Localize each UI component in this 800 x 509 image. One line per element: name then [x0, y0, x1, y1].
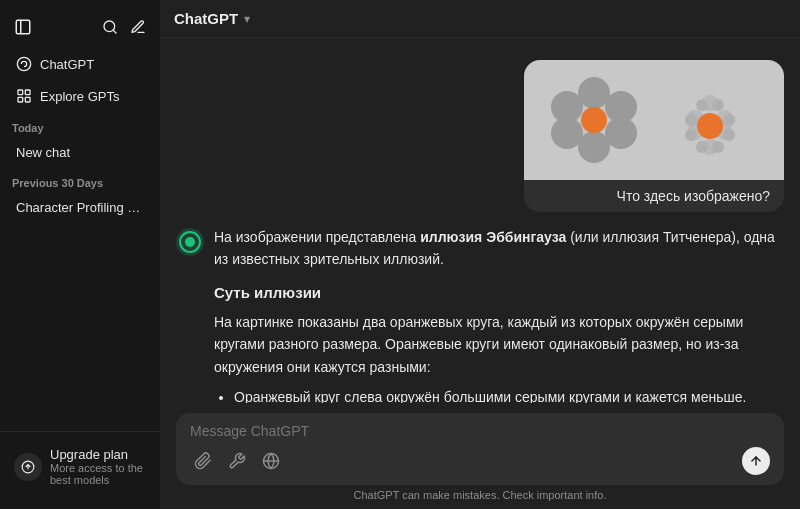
sidebar-bottom: Upgrade plan More access to the best mod… — [0, 431, 160, 501]
svg-rect-5 — [18, 90, 23, 95]
main-panel: ChatGPT ▾ — [160, 0, 800, 509]
header-title: ChatGPT — [174, 10, 238, 27]
svg-rect-7 — [18, 97, 23, 102]
send-button[interactable] — [742, 447, 770, 475]
ebbinghaus-svg — [534, 65, 774, 175]
compose-icon — [130, 19, 146, 35]
upgrade-title: Upgrade plan — [50, 447, 146, 462]
svg-point-31 — [697, 113, 723, 139]
assistant-intro-paragraph: На изображении представлена иллюзия Эбби… — [214, 226, 784, 271]
assistant-avatar — [176, 228, 204, 256]
sidebar: ChatGPT Explore GPTs Today New chat ··· … — [0, 0, 160, 509]
header: ChatGPT ▾ — [160, 0, 800, 38]
assistant-paragraph: На картинке показаны два оранжевых круга… — [214, 311, 784, 378]
search-icon — [102, 19, 118, 35]
today-label: Today — [0, 112, 160, 138]
grid-icon — [16, 88, 32, 104]
tools-icon — [228, 452, 246, 470]
prev-label: Previous 30 Days — [0, 167, 160, 193]
svg-point-27 — [712, 141, 724, 153]
svg-line-3 — [113, 30, 116, 33]
sidebar-top-bar — [0, 8, 160, 48]
assistant-bold-term: иллюзия Эббингауза — [420, 229, 566, 245]
sidebar-item-chatgpt-label: ChatGPT — [40, 57, 94, 72]
svg-point-30 — [685, 114, 697, 126]
input-toolbar — [190, 447, 770, 475]
sidebar-toggle-icon — [14, 18, 32, 36]
assistant-section-title: Суть иллюзии — [214, 281, 784, 305]
user-message: Что здесь изображено? — [160, 54, 800, 218]
upgrade-icon — [14, 453, 42, 481]
svg-point-29 — [685, 129, 697, 141]
chat-item-new-chat-label: New chat — [16, 145, 144, 160]
chat-item-char-profiling[interactable]: Character Profiling Help — [6, 194, 154, 221]
toggle-sidebar-button[interactable] — [10, 14, 36, 40]
user-message-bubble: Что здесь изображено? — [524, 60, 784, 212]
upgrade-arrow-icon — [21, 460, 35, 474]
svg-point-34 — [185, 237, 195, 247]
svg-point-24 — [712, 99, 724, 111]
tools-button[interactable] — [224, 448, 250, 474]
footer-disclaimer: ChatGPT can make mistakes. Check importa… — [176, 485, 784, 503]
assistant-list: Оранжевый круг слева окружён большими се… — [214, 386, 784, 403]
upgrade-subtitle: More access to the best models — [50, 462, 146, 486]
chat-item-char-profiling-label: Character Profiling Help — [16, 200, 144, 215]
paperclip-icon — [194, 452, 212, 470]
svg-point-26 — [723, 129, 735, 141]
svg-rect-0 — [16, 20, 30, 34]
svg-point-16 — [581, 107, 607, 133]
assistant-intro-text: На изображении представлена — [214, 229, 420, 245]
chat-content: Что здесь изображено? На изображении пре… — [160, 38, 800, 403]
ebbinghaus-illusion-image — [524, 60, 784, 180]
message-input[interactable] — [190, 423, 770, 439]
svg-rect-6 — [25, 90, 30, 95]
user-question-text: Что здесь изображено? — [524, 180, 784, 212]
chatgpt-avatar-icon — [176, 228, 204, 256]
sidebar-item-chatgpt[interactable]: ChatGPT — [6, 49, 154, 79]
input-area: ChatGPT can make mistakes. Check importa… — [160, 403, 800, 509]
new-chat-button[interactable] — [126, 15, 150, 39]
chatgpt-icon — [16, 56, 32, 72]
assistant-message: На изображении представлена иллюзия Эбби… — [160, 218, 800, 403]
svg-point-4 — [17, 57, 30, 70]
chat-item-new-chat[interactable]: New chat ··· — [6, 139, 154, 166]
upgrade-text: Upgrade plan More access to the best mod… — [50, 447, 146, 486]
svg-point-28 — [696, 141, 708, 153]
assistant-bullet-1: Оранжевый круг слева окружён большими се… — [234, 386, 784, 403]
input-box — [176, 413, 784, 485]
svg-point-13 — [578, 131, 610, 163]
svg-point-23 — [696, 99, 708, 111]
svg-point-12 — [605, 117, 637, 149]
assistant-body: На изображении представлена иллюзия Эбби… — [214, 226, 784, 403]
sidebar-item-explore-gpts[interactable]: Explore GPTs — [6, 81, 154, 111]
sidebar-item-explore-gpts-label: Explore GPTs — [40, 89, 119, 104]
web-search-button[interactable] — [258, 448, 284, 474]
upgrade-plan-button[interactable]: Upgrade plan More access to the best mod… — [6, 440, 154, 493]
svg-point-10 — [578, 77, 610, 109]
svg-point-15 — [551, 91, 583, 123]
header-chevron-icon[interactable]: ▾ — [244, 12, 250, 26]
send-icon — [749, 454, 763, 468]
attach-button[interactable] — [190, 448, 216, 474]
svg-point-25 — [723, 114, 735, 126]
svg-rect-8 — [25, 97, 30, 102]
globe-icon — [262, 452, 280, 470]
search-button[interactable] — [98, 15, 122, 39]
